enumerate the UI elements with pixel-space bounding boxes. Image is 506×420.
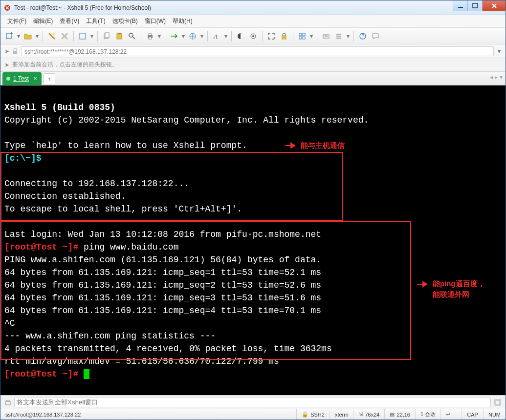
svg-point-4 [53, 33, 55, 35]
svg-rect-19 [282, 36, 286, 39]
globe-button[interactable] [187, 30, 198, 42]
svg-rect-2 [473, 3, 478, 8]
new-dropdown[interactable]: ▾ [16, 33, 21, 40]
address-arrow-icon[interactable]: ➤ [4, 48, 9, 55]
tab-list-button[interactable]: ▾ [500, 74, 503, 81]
tab-close-icon[interactable]: × [34, 75, 37, 82]
help-button[interactable]: ? [357, 30, 369, 42]
menu-window[interactable]: 窗口(W) [145, 17, 166, 25]
fullscreen-button[interactable] [265, 30, 277, 42]
annotation-host-text: 能与主机通信 [301, 139, 345, 152]
reconnect-button[interactable] [46, 30, 58, 42]
print-dropdown[interactable]: ▾ [157, 33, 162, 40]
tab-label: 1 Test [13, 75, 29, 82]
svg-rect-13 [149, 37, 152, 39]
menu-tabs[interactable]: 选项卡(B) [112, 17, 138, 25]
term-line: Copyright (c) 2002-2015 NetSarang Comput… [4, 115, 369, 125]
print-button[interactable] [144, 30, 156, 42]
annotation-baidu-text-2: 能联通外网 [433, 290, 469, 298]
toolbar: ▾ ▾ ▾ ▾ ▾ ▾ A▾ ▾ ▾ ? [0, 28, 506, 44]
properties-button[interactable] [77, 30, 88, 42]
xftp-dropdown[interactable]: ▾ [181, 33, 186, 40]
separator [353, 31, 354, 42]
menu-bar: 文件(F) 编辑(E) 查看(V) 工具(T) 选项卡(B) 窗口(W) 帮助(… [0, 15, 506, 28]
grid-icon: ▦ [390, 411, 395, 418]
font-button[interactable]: A [211, 30, 222, 42]
properties-dropdown[interactable]: ▾ [89, 33, 94, 40]
separator [73, 31, 74, 42]
new-tab-button[interactable]: + [44, 73, 55, 85]
svg-rect-5 [80, 33, 86, 39]
term-line: 64 bytes from 61.135.169.121: icmp_seq=4… [4, 306, 321, 315]
status-path: ssh://root@192.168.137.128:22 [0, 409, 297, 420]
lock-icon: 🔒 [302, 411, 308, 418]
menu-help[interactable]: 帮助(H) [173, 17, 193, 25]
open-button[interactable] [22, 30, 34, 42]
new-session-button[interactable] [3, 30, 15, 42]
menu-file[interactable]: 文件(F) [7, 17, 26, 25]
menu-tools[interactable]: 工具(T) [86, 17, 105, 25]
resize-icon: ⇲ [358, 411, 363, 418]
status-proto: 🔒SSH2 [297, 409, 330, 420]
terminal[interactable]: Xshell 5 (Build 0835) Copyright (c) 2002… [0, 85, 506, 395]
open-dropdown[interactable]: ▾ [35, 33, 40, 40]
comment-button[interactable] [370, 30, 381, 42]
send-input[interactable] [14, 398, 491, 407]
hint-bar: ➤ 要添加当前会话，点击左侧的箭头按钮。 [0, 58, 506, 72]
keymap-button[interactable] [320, 30, 332, 42]
term-line: Last login: Wed Jan 13 10:12:08 2016 fro… [4, 230, 321, 239]
term-line: Connecting to 192.168.137.128:22... [4, 179, 189, 189]
tab-prev-button[interactable]: ◂ [490, 74, 493, 81]
list-button[interactable] [333, 30, 345, 42]
term-line: rtt min/avg/max/mdev = 51.615/56.636/70.… [4, 357, 279, 366]
tab-active[interactable]: 1 Test × [2, 72, 42, 85]
arrow-icon [284, 142, 298, 149]
lock-icon [12, 48, 18, 55]
tile-dropdown[interactable]: ▾ [309, 33, 314, 40]
app-icon [3, 4, 11, 12]
copy-button[interactable] [101, 30, 112, 42]
disconnect-button[interactable] [59, 30, 70, 42]
menu-view[interactable]: 查看(V) [60, 17, 79, 25]
send-settings-icon[interactable] [494, 399, 502, 406]
svg-rect-20 [299, 33, 302, 36]
address-dropdown[interactable]: ▾ [497, 48, 502, 55]
tab-nav: ◂ ▸ ▾ [490, 74, 503, 81]
send-bar [0, 395, 506, 409]
maximize-button[interactable] [467, 0, 482, 11]
status-sessions: 1 会话 [416, 409, 441, 420]
minimize-button[interactable] [453, 0, 467, 11]
svg-text:?: ? [362, 34, 365, 39]
close-button[interactable] [482, 0, 506, 11]
svg-rect-27 [13, 51, 17, 54]
xftp-button[interactable] [168, 30, 180, 42]
tile-button[interactable] [296, 30, 308, 42]
window-controls [453, 0, 506, 11]
svg-text:A: A [213, 33, 218, 40]
color-scheme-button[interactable] [235, 30, 246, 42]
address-input[interactable]: ssh://root:********@192.168.137.128:22 [21, 46, 494, 56]
font-dropdown[interactable]: ▾ [223, 33, 228, 40]
term-root-prompt: [root@Test ~]# [4, 242, 84, 252]
menu-edit[interactable]: 编辑(E) [33, 17, 53, 25]
separator [231, 31, 232, 42]
tab-status-dot [6, 77, 10, 81]
tab-next-button[interactable]: ▸ [495, 74, 498, 81]
svg-rect-21 [303, 33, 305, 36]
list-dropdown[interactable]: ▾ [346, 33, 351, 40]
send-icon[interactable] [4, 399, 11, 406]
term-root-prompt: [root@Test ~]# [4, 369, 84, 379]
hint-arrow-icon[interactable]: ➤ [4, 62, 9, 68]
svg-rect-9 [118, 33, 121, 34]
separator [262, 31, 263, 42]
paste-button[interactable] [113, 30, 125, 42]
find-button[interactable] [126, 30, 138, 42]
lock-button[interactable] [278, 30, 290, 42]
term-cmd: ping www.baidu.com [84, 242, 178, 252]
svg-rect-30 [496, 400, 500, 404]
annotation-baidu: 能ping通百度， 能联通外网 [416, 278, 485, 300]
globe-dropdown[interactable]: ▾ [199, 33, 204, 40]
highlight-button[interactable] [247, 30, 259, 42]
term-line: 64 bytes from 61.135.169.121: icmp_seq=3… [4, 293, 321, 303]
separator [317, 31, 317, 42]
